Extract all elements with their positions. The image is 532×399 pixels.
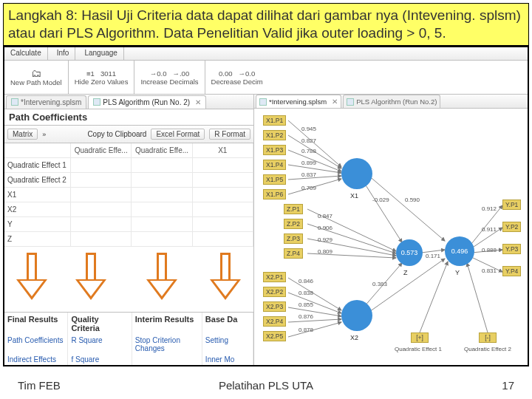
- tool-label: New Path Model: [10, 78, 62, 86]
- down-arrow-icon: [75, 253, 106, 304]
- link-path-coefficients[interactable]: Path Coefficients: [4, 335, 68, 354]
- link-r-square[interactable]: R Square: [68, 335, 132, 354]
- loading: 0.827: [301, 137, 316, 144]
- lv-y-label: Y: [455, 269, 460, 276]
- results-header: Base Da: [202, 313, 253, 335]
- r-format-button[interactable]: R Format: [209, 129, 250, 140]
- quad2-label: Quadratic Effect 2: [464, 346, 511, 352]
- row-header: X1: [4, 188, 71, 202]
- path-coef: 0.171: [426, 253, 440, 259]
- inc-dec-icon: →0.0: [150, 69, 167, 78]
- results-header: Interim Results: [132, 313, 202, 335]
- ind-yp1[interactable]: Y.P1: [502, 200, 521, 210]
- svg-line-12: [288, 307, 341, 316]
- ind-x2p3[interactable]: X2.P3: [263, 301, 286, 312]
- row-header: Quadratic Effect 2: [4, 173, 71, 188]
- z-inner-value: 0.573: [401, 249, 418, 256]
- ind-yp3[interactable]: Y.P3: [502, 244, 521, 254]
- menu-calculate[interactable]: Calculate: [4, 47, 48, 60]
- ind-zp4[interactable]: Z.P4: [284, 248, 303, 259]
- close-icon[interactable]: ✕: [195, 98, 201, 106]
- ind-x1p5[interactable]: X1.P5: [263, 174, 286, 185]
- svg-line-20: [367, 174, 445, 241]
- diagram-panel: *Intervening.splsm ✕ PLS Algorithm (Run …: [254, 95, 528, 365]
- loading: 0.709: [301, 185, 316, 191]
- svg-line-13: [288, 319, 341, 322]
- ind-x2p2[interactable]: X2.P2: [263, 287, 286, 297]
- tool-new-path-model[interactable]: 🗂 New Path Model: [4, 61, 69, 94]
- loading: 0.912: [482, 205, 497, 212]
- svg-line-14: [288, 322, 341, 337]
- footer-left: Tim FEB: [18, 379, 61, 392]
- ind-x1p2[interactable]: X1.P2: [263, 130, 286, 140]
- tab-pls-algorithm[interactable]: PLS Algorithm (Run No. 2) ✕: [88, 95, 206, 109]
- svg-line-19: [364, 182, 402, 242]
- ind-x2p5[interactable]: X2.P5: [263, 331, 286, 341]
- tab-label: PLS Algorithm (Run No. 2): [103, 98, 190, 106]
- lv-z[interactable]: 0.573: [396, 239, 423, 266]
- tool-label: Hide Zero Values: [75, 78, 129, 86]
- sub-toolbar: Matrix » Copy to Clipboard Excel Format …: [4, 126, 253, 143]
- ind-zp1[interactable]: Z.P1: [284, 204, 303, 214]
- ind-x2p1[interactable]: X2.P1: [263, 272, 286, 282]
- y-inner-value: 0.496: [451, 248, 468, 255]
- loading: 0.855: [299, 301, 313, 308]
- quad1-label: Quadratic Effect 1: [395, 346, 442, 352]
- excel-format-button[interactable]: Excel Format: [151, 129, 205, 140]
- loading: 0.888: [482, 247, 497, 253]
- loading: 0.838: [299, 290, 313, 296]
- tool-label: Increase Decimals: [140, 78, 198, 86]
- link-setting[interactable]: Setting: [202, 335, 253, 354]
- footer-center: Pelatihan PLS UTA: [219, 379, 313, 392]
- ind-zp3[interactable]: Z.P3: [284, 233, 303, 244]
- row-header: Quadratic Effect 1: [4, 158, 71, 173]
- col-header: X1: [193, 143, 253, 158]
- ind-x1p3[interactable]: X1.P3: [263, 145, 286, 155]
- ind-yp4[interactable]: Y.P4: [502, 266, 521, 276]
- loading: 0.906: [318, 225, 332, 231]
- results-tabs: Final Results Quality Criteria Interim R…: [4, 312, 253, 365]
- tool-hide-zero[interactable]: ≡1 3011 Hide Zero Values: [69, 61, 135, 94]
- tool-increase-decimals[interactable]: →0.0 →.00 Increase Decimals: [134, 61, 205, 94]
- new-model-icon: 🗂: [31, 68, 41, 78]
- col-empty: [4, 143, 71, 158]
- row-header: Z: [4, 232, 71, 247]
- link-inner-model[interactable]: Inner Mo: [202, 354, 253, 365]
- loading: 0.788: [301, 148, 316, 154]
- tool-decrease-decimals[interactable]: 0.00 →0.0 Decrease Decim: [205, 61, 269, 94]
- ind-x1p4[interactable]: X1.P4: [263, 160, 286, 170]
- loading: 0.899: [301, 160, 316, 166]
- hide-zero-icon: ≡1: [86, 69, 95, 78]
- coefficients-table: Quadratic Effe... Quadratic Effe... X1 Q…: [4, 143, 253, 247]
- ind-x1p6[interactable]: X1.P6: [263, 189, 286, 200]
- lv-y[interactable]: 0.496: [445, 236, 474, 266]
- lv-x1-label: X1: [350, 192, 358, 200]
- menu-language[interactable]: Language: [78, 47, 124, 60]
- instruction-box: Langkah 8: Hasil Uji Criteria data dapat…: [3, 3, 529, 46]
- ind-quad1[interactable]: [+]: [411, 332, 429, 343]
- link-f-square[interactable]: f Square: [68, 354, 132, 365]
- lv-x2[interactable]: [341, 300, 372, 331]
- loading: 0.846: [299, 278, 313, 284]
- tab-label: *Intervening.splsm: [21, 98, 81, 106]
- link-indirect-effects[interactable]: Indirect Effects: [4, 354, 68, 365]
- loading: 0.831: [482, 267, 497, 274]
- link-stop-criterion[interactable]: Stop Criterion Changes: [132, 335, 202, 354]
- down-arrow-icon: [210, 253, 241, 304]
- btn-label: Matrix: [13, 130, 33, 138]
- ind-yp2[interactable]: Y.P2: [502, 222, 521, 232]
- report-icon: [93, 98, 100, 106]
- ind-x1p1[interactable]: X1.P1: [263, 115, 286, 126]
- app-window: Calculate Info Language 🗂 New Path Model…: [3, 46, 529, 366]
- lv-x1[interactable]: [341, 158, 372, 189]
- dec-dec-icon-2: →0.0: [239, 69, 256, 78]
- ind-quad2[interactable]: [-]: [479, 332, 497, 343]
- ind-zp2[interactable]: Z.P2: [284, 219, 303, 229]
- tab-model-file[interactable]: *Intervening.splsm: [6, 95, 86, 109]
- file-icon: [11, 98, 18, 106]
- matrix-button[interactable]: Matrix: [7, 129, 38, 140]
- path-coef: -0.029: [372, 197, 389, 203]
- menu-info[interactable]: Info: [51, 47, 76, 60]
- ind-x2p4[interactable]: X2.P4: [263, 316, 286, 327]
- results-header: Quality Criteria: [68, 313, 132, 335]
